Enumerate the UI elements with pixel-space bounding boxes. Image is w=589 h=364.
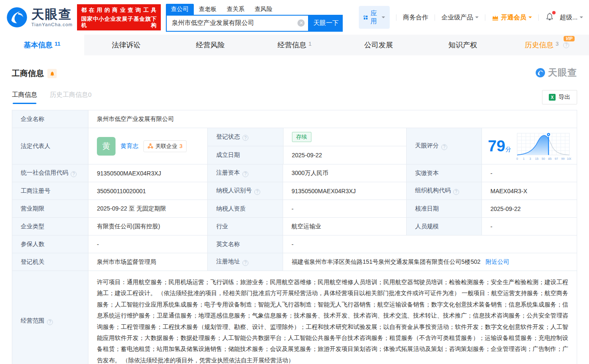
help-icon[interactable]: ? (47, 319, 53, 325)
nearby-companies-link[interactable]: 附近公司 (485, 258, 509, 265)
tianyancha-swirl-icon (6, 6, 28, 28)
help-icon[interactable]: ? (254, 189, 260, 195)
insured-count-label: 参保人数 (12, 235, 88, 253)
help-icon[interactable]: ? (242, 171, 248, 177)
enterprise-label: 企业级产品 (441, 14, 473, 22)
tab-label: 知识产权 (449, 40, 477, 50)
taxpayer-quality-value: - (283, 200, 407, 218)
promo-banner: 都在用的商业查询工具 国家中小企业发展子基金旗下机构 (77, 4, 161, 30)
credit-code-value: 91350500MAEX04R3XJ (88, 164, 208, 182)
tab-legal-proceedings[interactable]: 法律诉讼 (84, 35, 168, 55)
enterprise-product-menu[interactable]: 企业级产品 (441, 14, 479, 22)
company-nav-tabs: 基本信息 11 法律诉讼 经营风险 经营信息 1 公司发展 知识产权 历史信息 … (0, 35, 589, 55)
business-info-table: 企业名称 泉州市低空产业发展有限公司 法定代表人 黄 黄育志 关联企业 3 (12, 110, 577, 364)
tab-count: 11 (55, 41, 61, 47)
help-icon[interactable]: ? (242, 260, 248, 266)
watermark-logo: 天眼查 (535, 66, 577, 79)
export-button[interactable]: X 导出 (542, 90, 577, 104)
reg-address-label: 注册地址? (208, 253, 283, 271)
legal-rep-label: 法定代表人 (12, 128, 88, 164)
avatar[interactable]: 黄 (97, 137, 116, 156)
credit-code-label: 统一社会信用代码? (12, 164, 88, 182)
notifications-button[interactable] (545, 12, 554, 22)
top-header: 天眼查 TianYanCha.com 都在用的商业查询工具 国家中小企业发展子基… (0, 0, 589, 35)
business-scope-value: 许可项目：通用航空服务；民用机场运营；飞行训练；旅游业务；民用航空器维修；民用航… (88, 271, 577, 364)
reg-address-value: 福建省泉州市丰泽区美仙路151号泉州交通发展集团有限责任公司5楼502 (292, 258, 481, 265)
search-box: ✕ (166, 15, 309, 32)
tab-intellectual-property[interactable]: 知识产权 (421, 35, 505, 55)
promo-line1: 都在用的商业查询工具 (81, 7, 157, 13)
svg-text:97: 97 (555, 156, 558, 160)
related-label: 关联企业 (155, 142, 177, 150)
crown-icon (492, 14, 499, 21)
help-icon[interactable]: ? (71, 171, 77, 177)
english-name-value: - (283, 235, 577, 253)
excel-icon: X (549, 94, 556, 101)
subtab-business-info[interactable]: 工商信息 (12, 91, 37, 104)
help-icon[interactable]: ? (453, 189, 459, 195)
clear-search-icon[interactable]: ✕ (297, 19, 305, 27)
business-info-section: 工商信息 天眼查 工商信息 历史工商信息0 X 导出 (0, 55, 589, 104)
establish-date-value: 2025-09-22 (283, 146, 406, 164)
reg-authority-value: 泉州市市场监督管理局 (88, 253, 208, 271)
promo-line2: 国家中小企业发展子基金旗下机构 (81, 16, 157, 28)
export-label: 导出 (559, 93, 570, 101)
score-axis-labels: 0 1 3 15 50 85 97 99 100 (516, 156, 571, 160)
company-type-label: 企业类型 (12, 218, 88, 235)
legal-rep-name-link[interactable]: 黄育志 (121, 142, 138, 150)
open-vip-menu[interactable]: 开通会员 (492, 14, 532, 22)
approval-date-value: 2025-09-22 (482, 200, 577, 218)
apps-label: 应用 (371, 9, 380, 25)
apps-menu[interactable]: 应用 (359, 6, 390, 29)
bell-icon (50, 71, 55, 77)
search-input[interactable] (172, 19, 298, 27)
search-tab-company[interactable]: 查公司 (166, 4, 194, 15)
company-name-value: 泉州市低空产业发展有限公司 (88, 110, 577, 128)
help-icon[interactable]: ? (563, 42, 569, 48)
search-button[interactable]: 天眼一下 (309, 15, 343, 32)
tab-label: 历史信息 (525, 40, 553, 50)
table-row: 登记机关 泉州市市场监督管理局 注册地址? 福建省泉州市丰泽区美仙路151号泉州… (12, 253, 577, 271)
table-row: 企业类型 有限责任公司(国有控股) 行业 航空运输业 人员规模 - (12, 218, 577, 235)
svg-text:0: 0 (516, 156, 518, 160)
divider (485, 14, 485, 21)
tab-label: 基本信息 (24, 40, 52, 50)
subscribe-alert-button[interactable] (47, 69, 57, 78)
search-tab-boss[interactable]: 查老板 (194, 4, 222, 15)
score-label: 天眼评分? (407, 128, 482, 164)
account-menu[interactable]: 超级... (559, 14, 583, 22)
help-icon[interactable]: ? (441, 144, 447, 150)
vip-label: 开通会员 (501, 14, 526, 22)
taxpayer-quality-label: 纳税人资质 (208, 200, 283, 218)
tab-label: 法律诉讼 (112, 40, 140, 50)
chevron-down-icon (475, 16, 479, 20)
paid-capital-value: - (482, 164, 577, 182)
search-tab-relation[interactable]: 查关系 (222, 4, 250, 15)
tab-operation-info[interactable]: 经营信息 1 (253, 35, 337, 55)
svg-text:50: 50 (542, 156, 545, 160)
tab-history-info[interactable]: 历史信息 3 ? VIP (505, 35, 589, 55)
subtabs-row: 工商信息 历史工商信息0 X 导出 (12, 90, 577, 104)
related-companies-badge[interactable]: 关联企业 3 (143, 140, 187, 152)
business-cooperation-link[interactable]: 商务合作 (403, 14, 428, 22)
search-tab-risk[interactable]: 查风险 (250, 4, 278, 15)
tianyancha-logo[interactable]: 天眼查 TianYanCha.com (6, 6, 73, 28)
staff-size-value: - (482, 218, 577, 235)
apps-grid-icon (363, 14, 368, 21)
tab-label: 经营信息 (278, 40, 306, 50)
insured-count-value: - (88, 235, 208, 253)
table-row: 统一社会信用代码? 91350500MAEX04R3XJ 注册资本? 3000万… (12, 164, 577, 182)
tab-company-development[interactable]: 公司发展 (336, 35, 421, 55)
score-curve-chart: 0 1 3 15 50 85 97 99 100 (515, 131, 571, 161)
tab-operation-risk[interactable]: 经营风险 (168, 35, 253, 55)
company-name-label: 企业名称 (12, 110, 88, 128)
help-icon[interactable]: ? (242, 135, 248, 141)
staff-size-label: 人员规模 (407, 218, 482, 235)
reg-number-label: 工商注册号 (12, 182, 88, 200)
subtab-history-business-info[interactable]: 历史工商信息0 (50, 91, 91, 104)
tab-basic-info[interactable]: 基本信息 11 (0, 35, 84, 55)
svg-text:1: 1 (523, 156, 525, 160)
approval-date-label: 核准日期 (407, 200, 482, 218)
english-name-label: 英文名称 (208, 235, 283, 253)
table-row: 法定代表人 黄 黄育志 关联企业 3 (12, 128, 577, 164)
